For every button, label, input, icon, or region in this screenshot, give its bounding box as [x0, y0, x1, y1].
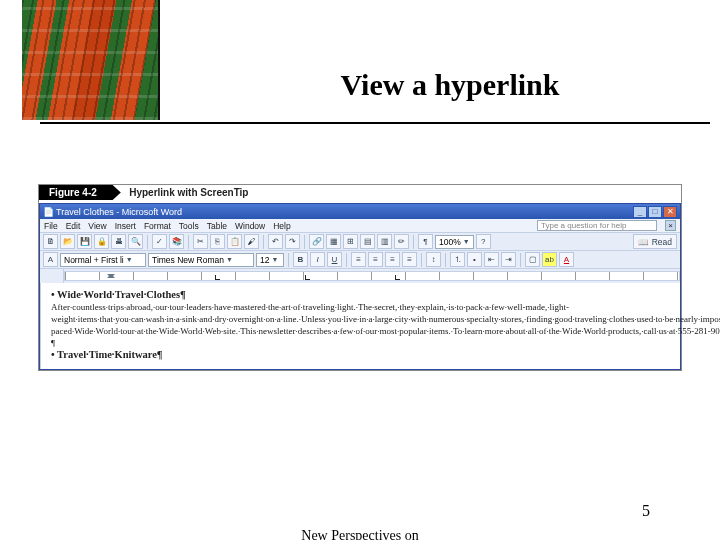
document-area: • Wide·World·Travel·Clothes¶ After·count…	[40, 283, 680, 369]
permission-icon[interactable]: 🔒	[94, 234, 109, 249]
hyperlink-icon[interactable]: 🔗	[309, 234, 324, 249]
style-select[interactable]: Normal + First li▼	[60, 253, 146, 267]
menu-file[interactable]: File	[44, 221, 58, 231]
ruler-area	[40, 269, 680, 283]
borders-icon[interactable]: ▢	[525, 252, 540, 267]
page-number: 5	[642, 502, 650, 520]
footer-line1: New Perspectives on	[0, 528, 720, 540]
drawing-icon[interactable]: ✏	[394, 234, 409, 249]
title-rule	[40, 122, 710, 124]
minimize-button[interactable]: _	[633, 206, 647, 218]
formatting-toolbar: A Normal + First li▼ Times New Roman▼ 12…	[40, 251, 680, 269]
doc-paragraph: After·countless·trips·abroad,·our·tour·l…	[51, 302, 720, 336]
doc-heading-2: • Travel·Time·Knitware¶	[51, 349, 720, 361]
blank-paragraph: ¶	[51, 337, 720, 349]
size-select[interactable]: 12▼	[256, 253, 284, 267]
open-icon[interactable]: 📂	[60, 234, 75, 249]
line-spacing-icon[interactable]: ↕	[426, 252, 441, 267]
app-icon: 📄	[43, 207, 54, 217]
figure-screenshot: Figure 4-2 Hyperlink with ScreenTip 📄 Tr…	[38, 184, 682, 371]
indent-icon[interactable]: ⇥	[501, 252, 516, 267]
research-icon[interactable]: 📚	[169, 234, 184, 249]
slide-title: View a hyperlink	[0, 68, 720, 102]
highlight-icon[interactable]: ab	[542, 252, 557, 267]
horizontal-ruler[interactable]	[64, 271, 680, 281]
spell-icon[interactable]: ✓	[152, 234, 167, 249]
outdent-icon[interactable]: ⇤	[484, 252, 499, 267]
print-icon[interactable]: 🖶	[111, 234, 126, 249]
document-title: Travel Clothes - Microsoft Word	[54, 207, 633, 217]
cut-icon[interactable]: ✂	[193, 234, 208, 249]
justify-icon[interactable]: ≡	[402, 252, 417, 267]
menu-view[interactable]: View	[88, 221, 106, 231]
font-select[interactable]: Times New Roman▼	[148, 253, 254, 267]
figure-label: Figure 4-2 Hyperlink with ScreenTip	[39, 185, 681, 203]
numbering-icon[interactable]: ⒈	[450, 252, 465, 267]
document-page[interactable]: • Wide·World·Travel·Clothes¶ After·count…	[41, 283, 720, 369]
menu-format[interactable]: Format	[144, 221, 171, 231]
maximize-button[interactable]: □	[648, 206, 662, 218]
menu-insert[interactable]: Insert	[115, 221, 136, 231]
tables-icon[interactable]: ▦	[326, 234, 341, 249]
excel-icon[interactable]: ▤	[360, 234, 375, 249]
columns-icon[interactable]: ▥	[377, 234, 392, 249]
help-search-input[interactable]: Type a question for help	[537, 220, 657, 231]
copy-icon[interactable]: ⎘	[210, 234, 225, 249]
zoom-select[interactable]: 100%▼	[435, 235, 474, 249]
format-painter-icon[interactable]: 🖌	[244, 234, 259, 249]
title-bar: 📄 Travel Clothes - Microsoft Word _ □ ✕	[40, 204, 680, 219]
show-marks-icon[interactable]: ¶	[418, 234, 433, 249]
read-button[interactable]: 📖Read	[633, 234, 677, 249]
menu-window[interactable]: Window	[235, 221, 265, 231]
menu-tools[interactable]: Tools	[179, 221, 199, 231]
standard-toolbar: 🗎 📂 💾 🔒 🖶 🔍 ✓ 📚 ✂ ⎘ 📋 🖌 ↶ ↷ 🔗 ▦ ⊞ ▤ ▥ ✏	[40, 233, 680, 251]
menu-table[interactable]: Table	[207, 221, 227, 231]
figure-number: Figure 4-2	[39, 185, 121, 200]
paste-icon[interactable]: 📋	[227, 234, 242, 249]
styles-pane-icon[interactable]: A	[43, 252, 58, 267]
doc-close-button[interactable]: ×	[665, 220, 676, 231]
close-button[interactable]: ✕	[663, 206, 677, 218]
insert-table-icon[interactable]: ⊞	[343, 234, 358, 249]
font-color-icon[interactable]: A	[559, 252, 574, 267]
figure-caption: Hyperlink with ScreenTip	[129, 185, 248, 198]
underline-icon[interactable]: U	[327, 252, 342, 267]
save-icon[interactable]: 💾	[77, 234, 92, 249]
new-icon[interactable]: 🗎	[43, 234, 58, 249]
menu-help[interactable]: Help	[273, 221, 290, 231]
menu-edit[interactable]: Edit	[66, 221, 81, 231]
bold-icon[interactable]: B	[293, 252, 308, 267]
align-left-icon[interactable]: ≡	[351, 252, 366, 267]
preview-icon[interactable]: 🔍	[128, 234, 143, 249]
help-icon[interactable]: ?	[476, 234, 491, 249]
align-right-icon[interactable]: ≡	[385, 252, 400, 267]
italic-icon[interactable]: I	[310, 252, 325, 267]
word-window: 📄 Travel Clothes - Microsoft Word _ □ ✕ …	[39, 203, 681, 370]
decorative-photo	[22, 0, 160, 120]
redo-icon[interactable]: ↷	[285, 234, 300, 249]
menu-bar: File Edit View Insert Format Tools Table…	[40, 219, 680, 233]
align-center-icon[interactable]: ≡	[368, 252, 383, 267]
bullets-icon[interactable]: •	[467, 252, 482, 267]
undo-icon[interactable]: ↶	[268, 234, 283, 249]
doc-heading-1: • Wide·World·Travel·Clothes¶	[51, 289, 720, 301]
